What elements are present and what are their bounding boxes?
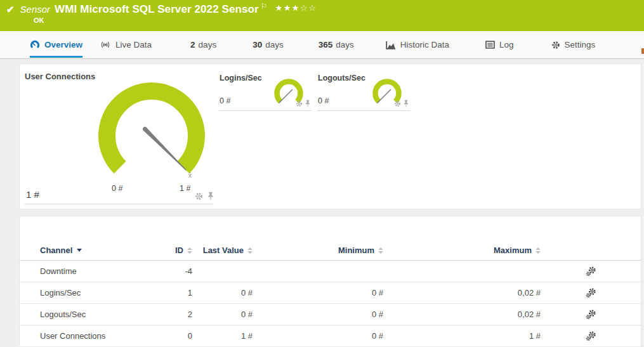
table-row-logins: Logins/Sec 1 0 # 0 # 0,02 # [20,282,641,304]
channel-id: 0 [152,331,192,341]
tab-label: days [336,40,354,49]
header-label: Last Value [203,246,244,255]
gauge-mean-marker: x̄ [188,172,192,179]
edit-channel-gears-icon[interactable] [586,266,596,277]
header-channel[interactable]: Channel [40,246,82,255]
gauge-min-label: 0 # [112,184,122,193]
tab-2-days[interactable]: 2 days [190,31,216,58]
tab-30-days[interactable]: 30 days [253,31,284,58]
edit-channel-gears-icon[interactable] [586,288,596,298]
gauge-settings-gear-icon[interactable] [195,192,203,200]
status-ok-check-icon: ✔ [6,4,15,15]
tab-365-days[interactable]: 365 days [319,31,354,58]
tab-label: Overview [44,40,82,49]
header-id[interactable]: ID [152,246,192,255]
channel-minimum: 0 # [253,288,383,298]
tab-number: 365 [319,40,333,49]
channel-maximum: 1 # [383,331,541,341]
tab-label: Historic Data [400,40,449,49]
table-row-logouts: Logouts/Sec 2 0 # 0 # 0,02 # [20,304,641,325]
primary-gauge-value: 1 # [26,189,39,200]
header-maximum[interactable]: Maximum [383,246,541,255]
log-list-icon [485,41,495,49]
stars-empty[interactable]: ☆☆ [300,3,317,13]
channel-minimum: 0 # [253,331,383,341]
channel-name: Logins/Sec [40,288,152,298]
table-row-user-connections: User Connections 0 1 # 0 # 1 # [20,325,641,347]
stars-filled[interactable]: ★★★ [275,3,300,13]
channel-maximum: 0,02 # [383,288,541,298]
tab-settings[interactable]: Settings [551,31,596,58]
priority-flag-icon[interactable]: ⚐ [261,2,268,11]
gauge-pin-icon[interactable] [207,192,214,200]
edit-channel-gears-icon[interactable] [586,310,596,320]
tab-label: days [265,40,284,49]
sort-toggle-icon [536,247,541,254]
gauge-divider [219,110,312,111]
tab-historic-data[interactable]: Historic Data [386,31,449,58]
tab-label: Log [499,40,514,49]
small-gauge-title: Logins/Sec [220,74,262,82]
tab-label: days [199,40,217,49]
gauge-settings-gear-icon[interactable] [296,100,303,107]
channel-maximum: 0,02 # [383,310,541,319]
table-row-downtime: Downtime -4 [20,261,641,282]
edit-channel-gears-icon[interactable] [586,331,596,341]
channel-id: -4 [152,266,192,276]
gauge-divider [25,204,213,204]
cut-off-icon [641,48,644,54]
primary-gauge-title: User Connections [25,72,95,81]
gauge-pin-icon[interactable] [305,100,311,107]
gauge-max-label: 1 # [180,184,190,193]
gauge-icon [30,40,40,50]
header-minimum[interactable]: Minimum [253,246,383,255]
small-gauge-value: 0 # [220,96,230,105]
header-label: ID [175,246,183,255]
channel-last-value: 0 # [192,310,253,319]
channel-table-panel: Channel ID Last Value Minimum Maximum Do… [19,216,641,347]
tab-log[interactable]: Log [485,31,514,58]
small-gauge-logouts: Logouts/Sec 0 # [317,70,410,115]
sort-toggle-icon [378,247,383,254]
tab-live-data[interactable]: Live Data [100,31,152,58]
channel-minimum: 0 # [253,310,383,319]
header-label: Maximum [494,246,532,255]
sort-descending-icon [77,249,82,252]
tab-number: 2 [190,40,195,49]
gauge-divider [317,110,410,111]
channel-id: 1 [152,288,192,298]
tab-number: 30 [253,40,262,49]
channel-id: 2 [152,310,192,319]
channel-name: Logouts/Sec [40,310,152,319]
gauge-settings-gear-icon[interactable] [394,100,401,107]
sort-toggle-icon [187,247,192,254]
gauges-panel: User Connections x̄ 0 # 1 # 1 # Logins/S… [19,63,641,209]
header-last-value[interactable]: Last Value [192,246,253,255]
channel-name: User Connections [40,331,152,341]
sensor-header-bar: ✔ Sensor WMI Microsoft SQL Server 2022 S… [0,0,644,31]
channel-name: Downtime [40,266,152,276]
sort-toggle-icon [247,247,253,254]
historic-chart-icon [386,41,396,49]
sensor-status-text: OK [34,16,44,24]
small-gauge-logins: Logins/Sec 0 # [219,70,312,115]
tab-overview[interactable]: Overview [30,31,82,58]
primary-gauge [95,73,215,178]
priority-stars[interactable]: ★★★☆☆ [275,3,317,13]
live-data-icon [100,41,111,49]
tab-bar: Overview Live Data 2 days 30 days 365 da… [0,31,644,59]
tab-label: Live Data [115,40,152,49]
small-gauge-value: 0 # [318,96,329,105]
tab-label: Settings [565,40,596,49]
gear-icon [551,41,560,49]
gauge-pin-icon[interactable] [403,100,409,107]
header-label: Minimum [338,246,374,255]
small-gauge-title: Logouts/Sec [318,74,365,82]
header-label: Channel [40,246,72,255]
channel-last-value: 1 # [192,331,253,341]
object-kind-label: Sensor [20,4,51,15]
sensor-title: WMI Microsoft SQL Server 2022 Sensor [55,3,259,16]
channel-last-value: 0 # [192,288,253,298]
channel-table-header: Channel ID Last Value Minimum Maximum [20,240,641,261]
